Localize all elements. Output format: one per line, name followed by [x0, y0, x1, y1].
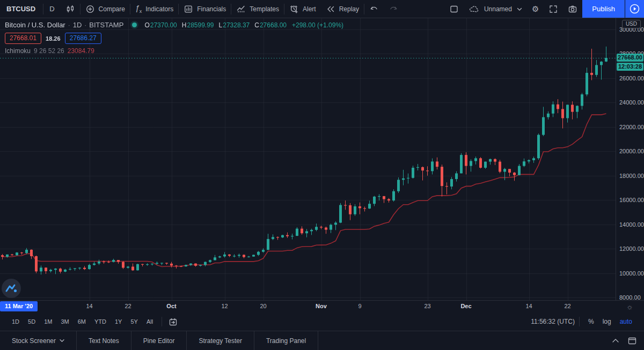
- time-tick-label: 9: [358, 303, 361, 309]
- price-tick-label: 14000.00: [619, 221, 644, 228]
- indicators-label: Indicators: [145, 5, 173, 13]
- snapshot-button[interactable]: [563, 0, 582, 18]
- go-to-date-button[interactable]: [166, 316, 180, 327]
- time-tick-label: 20: [260, 303, 266, 309]
- range-5d-button[interactable]: 5D: [24, 316, 40, 327]
- symbol-button[interactable]: BTCUSD: [0, 0, 43, 18]
- templates-button[interactable]: Templates: [231, 0, 284, 18]
- price-tick-label: 20000.00: [619, 148, 644, 154]
- range-6m-button[interactable]: 6M: [74, 316, 90, 327]
- time-tick-label: 23: [424, 303, 430, 309]
- buy-price-button[interactable]: 27686.27: [65, 33, 101, 44]
- compare-button[interactable]: Compare: [80, 0, 130, 18]
- time-tick-label: 14: [86, 303, 92, 309]
- range-all-button[interactable]: All: [142, 316, 157, 327]
- chart-settings-button[interactable]: ⚙: [527, 0, 544, 18]
- market-status-dot[interactable]: [132, 23, 137, 27]
- collapse-panel-button[interactable]: [612, 338, 619, 343]
- fullscreen-button[interactable]: [544, 0, 563, 18]
- alert-label: Alert: [303, 5, 316, 13]
- replay-label: Replay: [339, 5, 359, 13]
- interval-button[interactable]: D: [43, 0, 60, 18]
- time-tick-label: Nov: [316, 303, 327, 309]
- time-tick-label: 22: [125, 303, 131, 309]
- time-tick-label: Dec: [460, 303, 471, 309]
- spread-value: 18.26: [46, 35, 61, 42]
- undo-button[interactable]: [364, 0, 384, 18]
- alert-button[interactable]: Alert: [284, 0, 321, 18]
- chart-style-button[interactable]: [61, 0, 80, 18]
- wave-icon: [236, 4, 246, 14]
- play-circle-icon: [630, 4, 640, 14]
- percent-scale-button[interactable]: %: [584, 316, 598, 327]
- calendar-icon: [169, 317, 178, 326]
- undo-arrow-icon: [369, 4, 379, 14]
- ohlc-values: O27370.00 H28599.99 L27328.37 C27668.00 …: [144, 21, 343, 29]
- publish-menu-button[interactable]: [625, 0, 644, 18]
- main-chart-canvas[interactable]: [0, 18, 616, 300]
- compare-label: Compare: [99, 5, 125, 13]
- redo-arrow-icon: [389, 4, 398, 14]
- gear-icon: ⚙: [532, 5, 539, 13]
- price-tick-label: 24000.00: [619, 99, 644, 106]
- bottom-toolbar: 1D 5D 1M 3M 6M YTD 1Y 5Y All 11:56:32 (U…: [0, 312, 644, 331]
- sell-price-button[interactable]: 27668.01: [5, 33, 41, 44]
- price-tick-label: 12000.00: [619, 245, 644, 252]
- chevron-down-icon: [517, 7, 522, 11]
- log-scale-button[interactable]: log: [598, 316, 616, 327]
- camera-icon: [568, 4, 577, 14]
- price-tick-label: 10000.00: [619, 270, 644, 277]
- maximize-panel-button[interactable]: [628, 337, 636, 345]
- range-5y-button[interactable]: 5Y: [126, 316, 142, 327]
- templates-label: Templates: [250, 5, 279, 13]
- fullscreen-icon: [548, 4, 558, 14]
- tab-trading-panel[interactable]: Trading Panel: [254, 331, 318, 350]
- time-axis[interactable]: 11 Mar '20 1422Oct1220Nov923Dec1422: [0, 300, 616, 312]
- tab-stock-screener[interactable]: Stock Screener: [0, 331, 77, 350]
- tab-pine-editor[interactable]: Pine Editor: [131, 331, 187, 350]
- toolbar-separator: [579, 317, 580, 326]
- candles-icon: [65, 4, 75, 14]
- sun-icon: ☼: [626, 302, 633, 311]
- price-tick-label: 26000.00: [619, 75, 644, 81]
- layout-square-icon: [449, 4, 459, 14]
- financials-label: Financials: [197, 5, 226, 13]
- range-3m-button[interactable]: 3M: [56, 316, 73, 327]
- chart-pane[interactable]: [0, 18, 616, 300]
- range-ytd-button[interactable]: YTD: [90, 316, 111, 327]
- legend-exchange[interactable]: BITSTAMP: [89, 21, 123, 29]
- top-toolbar: BTCUSD D Compare ƒx Indicators Financial…: [0, 0, 644, 18]
- range-1y-button[interactable]: 1Y: [111, 316, 126, 327]
- indicator-value: 23084.79: [68, 47, 94, 55]
- last-price-label: 27668.00: [617, 54, 643, 62]
- price-tick-label: 16000.00: [619, 197, 644, 203]
- symbol-title[interactable]: Bitcoin / U.S. Dollar: [5, 21, 65, 29]
- auto-scale-button[interactable]: auto: [616, 316, 636, 327]
- clock-utc[interactable]: 11:56:32 (UTC): [531, 318, 575, 325]
- price-tick-label: 22000.00: [619, 124, 644, 130]
- chevron-down-icon: [60, 339, 64, 342]
- indicator-params: 9 26 52 26: [34, 47, 64, 55]
- redo-button[interactable]: [384, 0, 403, 18]
- replay-button[interactable]: Replay: [321, 0, 364, 18]
- fx-icon: ƒx: [135, 4, 142, 14]
- financials-button[interactable]: Financials: [179, 0, 231, 18]
- save-layout-button[interactable]: [444, 0, 464, 18]
- indicator-name[interactable]: Ichimoku: [5, 47, 31, 55]
- currency-toggle-button[interactable]: USD: [622, 20, 641, 28]
- price-axis[interactable]: USD 27668.00 12:03:28 30000.0028000.0026…: [616, 18, 644, 300]
- cloud-layout-button[interactable]: Unnamed: [464, 0, 527, 18]
- tab-strategy-tester[interactable]: Strategy Tester: [187, 331, 254, 350]
- range-1d-button[interactable]: 1D: [8, 316, 24, 327]
- time-tick-label: 14: [525, 303, 532, 309]
- toolbar-separator: [162, 317, 162, 326]
- axis-settings-corner[interactable]: ☼: [616, 300, 644, 312]
- time-tick-label: 22: [564, 303, 570, 309]
- indicators-button[interactable]: ƒx Indicators: [130, 0, 178, 18]
- plus-circle-icon: [85, 4, 95, 14]
- replay-icon: [326, 4, 335, 14]
- publish-button[interactable]: Publish: [582, 0, 625, 18]
- legend-interval[interactable]: 1D: [73, 21, 82, 29]
- tab-text-notes[interactable]: Text Notes: [77, 331, 131, 350]
- range-1m-button[interactable]: 1M: [40, 316, 56, 327]
